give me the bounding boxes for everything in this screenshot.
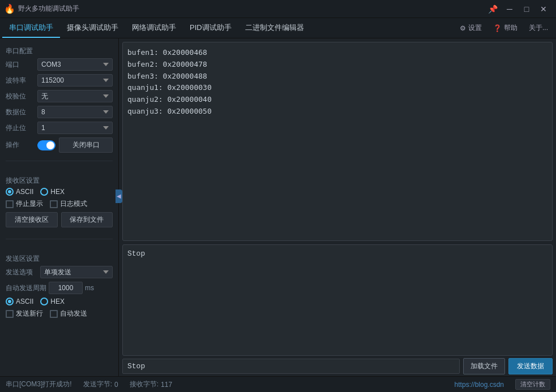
menu-right: ⚙ 设置 ❓ 帮助 关于... bbox=[454, 18, 554, 38]
gear-icon: ⚙ bbox=[460, 24, 466, 32]
period-label: 自动发送周期 bbox=[6, 283, 46, 293]
load-file-button[interactable]: 加载文件 bbox=[463, 358, 505, 374]
recv-settings-title: 接收区设置 bbox=[6, 176, 113, 186]
settings-menu[interactable]: ⚙ 设置 bbox=[454, 18, 487, 38]
newline-option[interactable]: 发送新行 bbox=[6, 309, 43, 318]
send-option-select[interactable]: 单项发送 多项发送 bbox=[40, 266, 113, 278]
recv-ascii-radio[interactable] bbox=[6, 188, 14, 196]
period-input[interactable] bbox=[49, 282, 83, 294]
send-hex-label: HEX bbox=[50, 298, 65, 305]
window-controls: 📌 ─ □ ✕ bbox=[485, 2, 551, 16]
baud-select[interactable]: 115200 9600 256000 bbox=[37, 74, 113, 87]
parity-row: 校验位 无 奇校验 偶校验 bbox=[6, 90, 113, 102]
port-toggle[interactable] bbox=[37, 140, 55, 150]
help-icon: ❓ bbox=[493, 24, 502, 32]
menu-bar: 串口调试助手 摄像头调试助手 网络调试助手 PID调试助手 二进制文件编辑器 ⚙… bbox=[0, 18, 556, 38]
tx-count: 0 bbox=[114, 381, 118, 389]
save-file-button[interactable]: 保存到文件 bbox=[61, 212, 113, 227]
serial-config-section: 串口配置 端口 COM3 COM1 COM2 COM4 波特率 115200 9… bbox=[6, 44, 113, 153]
send-settings-title: 发送区设置 bbox=[6, 254, 113, 264]
divider-2 bbox=[6, 239, 113, 239]
send-settings-section: 发送区设置 发送选项 单项发送 多项发送 自动发送周期 ms ASCII bbox=[6, 252, 113, 322]
send-text-area: Stop bbox=[122, 244, 553, 356]
sidebar: 串口配置 端口 COM3 COM1 COM2 COM4 波特率 115200 9… bbox=[0, 38, 119, 376]
clear-count-button[interactable]: 清空计数 bbox=[515, 379, 550, 390]
stopbits-label: 停止位 bbox=[6, 123, 34, 133]
send-hex-option[interactable]: HEX bbox=[40, 298, 65, 305]
send-ascii-radio[interactable] bbox=[6, 298, 14, 305]
menu-pid[interactable]: PID调试助手 bbox=[183, 18, 238, 38]
menu-serial[interactable]: 串口调试助手 bbox=[2, 18, 60, 38]
recv-settings-section: 接收区设置 ASCII HEX 停止显示 日志模式 bbox=[6, 174, 113, 231]
send-options-row: 发送新行 自动发送 bbox=[6, 309, 113, 318]
parity-select[interactable]: 无 奇校验 偶校验 bbox=[37, 90, 113, 102]
maximize-button[interactable]: □ bbox=[519, 2, 534, 16]
recv-content: bufen1: 0x20000468 bufen2: 0x20000478 bu… bbox=[127, 47, 548, 118]
settings-label: 设置 bbox=[468, 23, 482, 33]
databits-row: 数据位 8 7 6 5 bbox=[6, 106, 113, 118]
send-data-button[interactable]: 发送数据 bbox=[508, 358, 553, 374]
status-bar: 串口[COM3]打开成功! 发送字节: 0 接收字节: 117 https://… bbox=[0, 376, 556, 392]
recv-ascii-label: ASCII bbox=[16, 188, 33, 196]
newline-checkbox[interactable] bbox=[6, 310, 14, 318]
send-encoding-row: ASCII HEX bbox=[6, 298, 113, 305]
pause-display-option[interactable]: 停止显示 bbox=[6, 199, 43, 209]
main-layout: ◀ 串口配置 端口 COM3 COM1 COM2 COM4 波特率 115200… bbox=[0, 38, 556, 376]
tx-status: 发送字节: 0 bbox=[83, 380, 118, 389]
databits-label: 数据位 bbox=[6, 107, 34, 117]
port-row: 端口 COM3 COM1 COM2 COM4 bbox=[6, 58, 113, 71]
help-menu[interactable]: ❓ 帮助 bbox=[487, 18, 523, 38]
close-port-button[interactable]: 关闭串口 bbox=[59, 137, 113, 153]
baud-label: 波特率 bbox=[6, 76, 34, 85]
log-mode-checkbox[interactable] bbox=[50, 200, 58, 208]
menu-network[interactable]: 网络调试助手 bbox=[125, 18, 183, 38]
about-menu[interactable]: 关于... bbox=[523, 18, 554, 38]
sidebar-collapse-arrow[interactable]: ◀ bbox=[116, 189, 122, 203]
recv-hex-label: HEX bbox=[50, 188, 65, 196]
rx-count: 117 bbox=[161, 381, 172, 389]
send-input[interactable] bbox=[122, 359, 460, 374]
send-ascii-label: ASCII bbox=[16, 298, 33, 305]
recv-display[interactable]: bufen1: 0x20000468 bufen2: 0x20000478 bu… bbox=[122, 42, 553, 241]
auto-send-option[interactable]: 自动发送 bbox=[50, 309, 87, 318]
port-label: 端口 bbox=[6, 60, 34, 70]
app-title: 野火多功能调试助手 bbox=[18, 4, 485, 14]
divider-1 bbox=[6, 161, 113, 161]
recv-options-row: 停止显示 日志模式 bbox=[6, 199, 113, 209]
port-select[interactable]: COM3 COM1 COM2 COM4 bbox=[37, 58, 113, 71]
send-control-row: 加载文件 发送数据 bbox=[122, 358, 553, 374]
send-text-content: Stop bbox=[127, 249, 145, 258]
recv-encoding-row: ASCII HEX bbox=[6, 188, 113, 196]
pause-display-checkbox[interactable] bbox=[6, 200, 14, 208]
content-area: bufen1: 0x20000468 bufen2: 0x20000478 bu… bbox=[119, 38, 556, 376]
databits-select[interactable]: 8 7 6 5 bbox=[37, 106, 113, 118]
stopbits-select[interactable]: 1 1.5 2 bbox=[37, 122, 113, 134]
help-label: 帮助 bbox=[504, 23, 517, 33]
menu-binary[interactable]: 二进制文件编辑器 bbox=[238, 18, 311, 38]
recv-hex-option[interactable]: HEX bbox=[40, 188, 65, 196]
newline-label: 发送新行 bbox=[16, 309, 43, 318]
period-unit: ms bbox=[85, 284, 94, 292]
recv-ascii-option[interactable]: ASCII bbox=[6, 188, 33, 196]
clear-recv-button[interactable]: 清空接收区 bbox=[6, 212, 58, 227]
period-row: 自动发送周期 ms bbox=[6, 282, 113, 294]
log-mode-option[interactable]: 日志模式 bbox=[50, 199, 87, 209]
blog-link[interactable]: https://blog.csdn bbox=[455, 381, 504, 389]
log-mode-label: 日志模式 bbox=[60, 199, 87, 209]
app-icon: 🔥 bbox=[5, 4, 15, 14]
about-label: 关于... bbox=[529, 23, 548, 33]
minimize-button[interactable]: ─ bbox=[502, 2, 517, 16]
auto-send-checkbox[interactable] bbox=[50, 310, 58, 318]
stopbits-row: 停止位 1 1.5 2 bbox=[6, 122, 113, 134]
close-button[interactable]: ✕ bbox=[536, 2, 551, 16]
pin-button[interactable]: 📌 bbox=[485, 2, 501, 16]
send-option-label: 发送选项 bbox=[6, 268, 37, 277]
baud-row: 波特率 115200 9600 256000 bbox=[6, 74, 113, 87]
recv-hex-radio[interactable] bbox=[40, 188, 48, 196]
tx-label: 发送字节: bbox=[83, 380, 112, 389]
rx-label: 接收字节: bbox=[130, 380, 159, 389]
menu-camera[interactable]: 摄像头调试助手 bbox=[60, 18, 125, 38]
send-option-row: 发送选项 单项发送 多项发送 bbox=[6, 266, 113, 278]
send-hex-radio[interactable] bbox=[40, 298, 48, 305]
send-ascii-option[interactable]: ASCII bbox=[6, 298, 33, 305]
